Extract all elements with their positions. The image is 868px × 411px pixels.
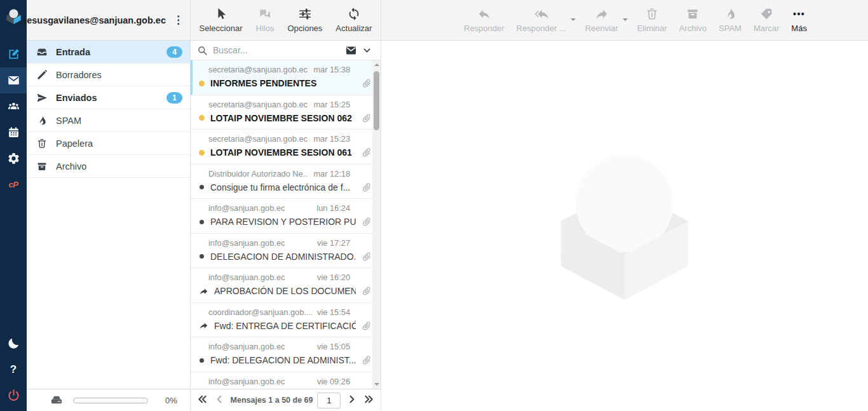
message-list-column: secretaria@sanjuan.gob.ecmar 15:38 INFOR… [191, 41, 381, 411]
message-sender: info@sanjuan.gob.ec [208, 377, 285, 387]
app-logo[interactable] [0, 0, 27, 32]
actualizar-button[interactable]: Actualizar [334, 0, 373, 40]
account-menu-button[interactable]: ⋮ [170, 13, 186, 27]
page-number-input[interactable] [317, 393, 341, 408]
message-row[interactable]: secretaria@sanjuan.gob.ecmar 15:25 LOTAI… [191, 95, 381, 130]
contacts-icon [7, 100, 20, 113]
refresh-icon [347, 7, 361, 21]
reenviar-button[interactable]: Reenviar [584, 0, 620, 40]
pagination-bar: Mensajes 1 a 50 de 69 [191, 389, 381, 411]
hilos-button[interactable]: Hilos [255, 0, 276, 40]
opciones-button[interactable]: Opciones [286, 0, 323, 40]
message-row[interactable]: secretaria@sanjuan.gob.ecmar 15:38 INFOR… [191, 60, 381, 95]
double-chevron-right-icon [363, 393, 375, 405]
folder-sidebar: Entrada 4 Borradores Enviados 1 [27, 41, 191, 411]
message-row[interactable]: info@sanjuan.gob.eclun 16:24 PARA REVISI… [191, 199, 381, 234]
archivo-button[interactable]: Archivo [678, 0, 708, 40]
message-row[interactable]: info@sanjuan.gob.ecvie 17:27 DELEGACION … [191, 234, 381, 269]
message-sender: Distribuidor Autorizado Ne... [208, 169, 308, 179]
double-chevron-left-icon [196, 393, 208, 405]
kebab-icon: ⋮ [173, 14, 184, 26]
trash-icon [36, 138, 48, 149]
settings-button[interactable] [0, 145, 27, 172]
seleccionar-button[interactable]: Seleccionar [198, 0, 244, 40]
folder-papelera[interactable]: Papelera [27, 132, 190, 155]
attachment-icon [360, 111, 374, 125]
message-row[interactable]: info@sanjuan.gob.ecvie 16:20 APROBACIÓN … [191, 268, 381, 303]
message-sender: info@sanjuan.gob.ec [208, 238, 285, 248]
forwarded-icon [199, 286, 208, 296]
eliminar-button[interactable]: Eliminar [636, 0, 668, 40]
search-bar [191, 41, 381, 60]
inbox-icon [36, 46, 48, 58]
logo-icon [5, 8, 22, 25]
compose-icon [7, 48, 20, 61]
message-subject: APROBACIÓN DE LOS DOCUMEN... [214, 286, 356, 296]
scrollbar-thumb[interactable] [374, 71, 379, 130]
flame-icon [36, 115, 48, 126]
last-page-button[interactable] [362, 393, 375, 407]
status-dot [199, 115, 205, 121]
message-sender: coordinador@sanjuan.gob.... [208, 307, 312, 318]
attachment-icon [360, 76, 374, 91]
message-sender: info@sanjuan.gob.ec [208, 203, 285, 213]
attachment-icon [360, 215, 374, 229]
forward-icon [595, 7, 609, 21]
dark-mode-icon [7, 337, 20, 350]
folder-archivo[interactable]: Archivo [27, 155, 190, 178]
message-row[interactable]: Distribuidor Autorizado Ne...mar 12:18 C… [191, 165, 381, 199]
responder-todos-button[interactable]: Responder ... [515, 0, 567, 40]
message-date: lun 16:24 [316, 203, 350, 213]
search-input[interactable] [213, 45, 340, 55]
message-row[interactable]: info@sanjuan.gob.ecvie 09:26 [191, 372, 381, 389]
attachment-icon [360, 180, 374, 194]
source-envelope-icon[interactable] [345, 44, 357, 57]
responder-button[interactable]: Responder [463, 0, 506, 40]
scroll-down-arrow-icon[interactable] [374, 383, 379, 386]
message-row[interactable]: info@sanjuan.gob.ecvie 15:05 Fwd: DELEGA… [191, 337, 381, 372]
storage-status-bar: 0% [27, 389, 190, 411]
folder-borradores[interactable]: Borradores [27, 64, 190, 86]
search-icon [197, 45, 208, 56]
scroll-up-arrow-icon[interactable] [374, 64, 379, 66]
help-icon: ? [10, 363, 17, 376]
message-row[interactable]: secretaria@sanjuan.gob.ecmar 15:23 LOTAI… [191, 130, 381, 165]
next-page-button[interactable] [345, 393, 358, 407]
message-date: mar 12:18 [313, 169, 350, 179]
folder-enviados[interactable]: Enviados 1 [27, 86, 190, 109]
dark-mode-button[interactable] [0, 330, 27, 356]
help-button[interactable]: ? [0, 356, 27, 382]
message-subject: Fwd: ENTREGA DE CERTIFICACIÓ... [214, 321, 356, 331]
marcar-button[interactable]: Marcar [752, 0, 780, 40]
prev-page-button[interactable] [214, 393, 226, 407]
compose-button[interactable] [0, 41, 27, 67]
list-scrollbar[interactable] [372, 60, 381, 389]
message-date: vie 17:27 [317, 238, 350, 248]
contacts-button[interactable] [0, 93, 27, 119]
mail-button[interactable] [0, 67, 27, 93]
account-email: jesusgavilanes@sanjuan.gob.ec [24, 15, 166, 25]
dropdown-caret-icon[interactable] [623, 18, 628, 24]
message-date: vie 16:20 [317, 273, 350, 283]
reply-all-icon [534, 7, 548, 21]
status-dot [200, 185, 204, 189]
folder-spam[interactable]: SPAM [27, 109, 190, 132]
sliders-icon [298, 7, 312, 21]
calendar-button[interactable] [0, 119, 27, 145]
status-dot [200, 254, 204, 259]
spam-button[interactable]: SPAM [717, 0, 743, 40]
mas-button[interactable]: ••• Más [790, 0, 808, 40]
logout-button[interactable] [0, 382, 27, 408]
tag-icon [759, 7, 773, 21]
logout-icon [7, 389, 20, 402]
cpanel-button[interactable]: cP [0, 172, 27, 198]
list-toolbar-group: Seleccionar Hilos Opciones Actualizar [191, 0, 381, 40]
folder-entrada[interactable]: Entrada 4 [27, 41, 190, 64]
dropdown-caret-icon[interactable] [571, 18, 576, 24]
first-page-button[interactable] [196, 393, 209, 407]
message-sender: info@sanjuan.gob.ec [208, 273, 285, 283]
attachment-icon [360, 318, 374, 333]
chevron-down-icon[interactable] [362, 46, 372, 55]
ellipsis-icon: ••• [793, 7, 805, 21]
message-row[interactable]: coordinador@sanjuan.gob....vie 15:54 Fwd… [191, 303, 381, 338]
